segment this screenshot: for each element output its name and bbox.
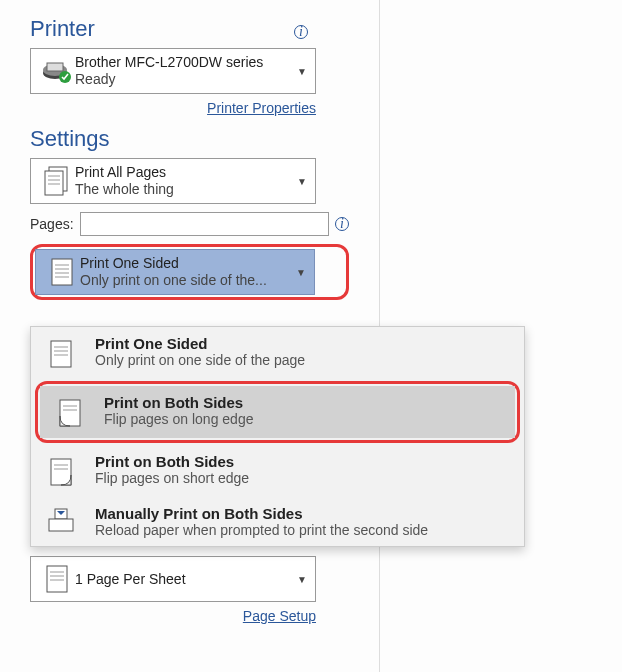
option-sub: Flip pages on short edge: [95, 470, 249, 486]
sides-title: Print One Sided: [80, 255, 288, 272]
per-sheet-dropdown[interactable]: 1 Page Per Sheet ▼: [30, 556, 316, 602]
per-sheet-label: 1 Page Per Sheet: [75, 571, 289, 588]
option-sub: Reload paper when prompted to print the …: [95, 522, 428, 538]
printer-status: Ready: [75, 71, 289, 88]
svg-rect-25: [49, 519, 73, 531]
page-single-icon: [39, 562, 75, 596]
pages-stack-icon: [39, 164, 75, 198]
pages-label: Pages:: [30, 216, 74, 232]
option-both-short[interactable]: Print on Both Sides Flip pages on short …: [31, 445, 524, 497]
printer-icon: [39, 59, 75, 83]
chevron-down-icon: ▼: [296, 267, 306, 278]
page-flip-long-icon: [52, 394, 88, 430]
page-setup-link[interactable]: Page Setup: [243, 608, 316, 624]
printer-heading: Printer: [30, 16, 290, 42]
page-single-icon: [43, 335, 79, 371]
info-icon[interactable]: i: [335, 217, 349, 231]
sides-flyout: Print One Sided Only print on one side o…: [30, 326, 525, 547]
settings-heading: Settings: [30, 126, 349, 152]
printer-properties-link[interactable]: Printer Properties: [207, 100, 316, 116]
option-title: Print on Both Sides: [104, 394, 253, 411]
chevron-down-icon: ▼: [297, 66, 307, 77]
svg-rect-26: [47, 566, 67, 592]
option-sub: Flip pages on long edge: [104, 411, 253, 427]
print-what-sub: The whole thing: [75, 181, 289, 198]
page-flip-short-icon: [43, 453, 79, 489]
chevron-down-icon: ▼: [297, 176, 307, 187]
svg-rect-9: [52, 259, 72, 285]
option-sub: Only print on one side of the page: [95, 352, 305, 368]
option-title: Print One Sided: [95, 335, 305, 352]
printer-dropdown[interactable]: Brother MFC-L2700DW series Ready ▼: [30, 48, 316, 94]
option-title: Print on Both Sides: [95, 453, 249, 470]
sides-dropdown[interactable]: Print One Sided Only print on one side o…: [35, 249, 315, 295]
svg-rect-5: [45, 171, 63, 195]
print-what-dropdown[interactable]: Print All Pages The whole thing ▼: [30, 158, 316, 204]
option-both-long[interactable]: Print on Both Sides Flip pages on long e…: [40, 386, 515, 438]
sides-sub: Only print on one side of the...: [80, 272, 288, 289]
page-single-icon: [44, 255, 80, 289]
option-manual-both[interactable]: Manually Print on Both Sides Reload pape…: [31, 497, 524, 546]
info-icon[interactable]: i: [294, 25, 308, 39]
svg-rect-2: [47, 63, 63, 71]
printer-reload-icon: [43, 505, 79, 537]
annotation-highlight: Print on Both Sides Flip pages on long e…: [35, 381, 520, 443]
svg-rect-21: [51, 459, 71, 485]
option-one-sided[interactable]: Print One Sided Only print on one side o…: [31, 327, 524, 379]
option-title: Manually Print on Both Sides: [95, 505, 428, 522]
pages-input[interactable]: [80, 212, 329, 236]
annotation-highlight: Print One Sided Only print on one side o…: [30, 244, 349, 300]
printer-name: Brother MFC-L2700DW series: [75, 54, 289, 71]
chevron-down-icon: ▼: [297, 574, 307, 585]
svg-rect-14: [51, 341, 71, 367]
print-what-title: Print All Pages: [75, 164, 289, 181]
svg-rect-18: [60, 400, 80, 426]
